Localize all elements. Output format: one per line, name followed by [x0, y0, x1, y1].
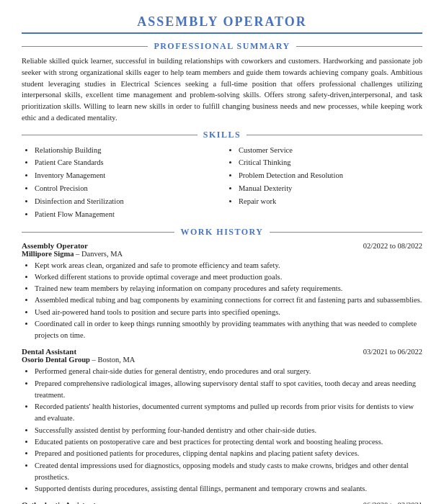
summary-text: Reliable skilled quick learner, successf…: [22, 55, 422, 124]
skill-item: Repair work: [239, 195, 422, 208]
work-entry-header: Orthodontic Assistant06/2020 to 03/2021: [22, 500, 422, 504]
work-bullet-item: Recorded patients' health histories, doc…: [35, 401, 422, 425]
work-entry-date: 02/2022 to 08/2022: [363, 242, 422, 250]
company-name: Millipore Sigma: [22, 250, 74, 258]
skill-item: Problem Detection and Resolution: [239, 169, 422, 182]
skills-label: Skills: [197, 130, 247, 140]
skills-right-column: Customer ServiceCritical ThinkingProblem…: [226, 144, 422, 221]
work-entries-container: Assembly Operator02/2022 to 08/2022Milli…: [22, 241, 422, 504]
summary-section-header: Professional Summary: [22, 41, 422, 52]
summary-label: Professional Summary: [148, 41, 296, 52]
summary-line-left: [22, 46, 148, 47]
skill-item: Patient Care Standards: [35, 156, 218, 169]
work-entry-company: Osorio Dental Group – Boston, MA: [22, 356, 422, 364]
work-label: Work History: [174, 227, 269, 238]
company-name: Osorio Dental Group: [22, 356, 90, 364]
work-line-right: [270, 232, 422, 233]
work-bullets-list: Kept work areas clean, organized and saf…: [22, 260, 422, 342]
title-divider: [22, 32, 422, 34]
skill-item: Control Precision: [35, 182, 218, 195]
work-entry-header: Assembly Operator02/2022 to 08/2022: [22, 241, 422, 250]
skill-item: Disinfection and Sterilization: [35, 195, 218, 208]
work-bullet-item: Prepared and positioned patients for pro…: [35, 448, 422, 459]
work-bullets-list: Performed general chair-side duties for …: [22, 366, 422, 495]
skills-left-column: Relationship BuildingPatient Care Standa…: [22, 144, 218, 221]
work-bullet-item: Trained new team members by relaying inf…: [35, 283, 422, 294]
skill-item: Manual Dexterity: [239, 182, 422, 195]
work-entry-date: 03/2021 to 06/2022: [363, 348, 422, 356]
skill-item: Critical Thinking: [239, 156, 422, 169]
work-entry: Dental Assistant03/2021 to 06/2022Osorio…: [22, 347, 422, 495]
work-entry-title: Dental Assistant: [22, 347, 76, 356]
skills-line-left: [22, 135, 197, 135]
work-bullet-item: Created dental impressions used for diag…: [35, 460, 422, 484]
skill-item: Relationship Building: [35, 144, 218, 157]
work-entry-company: Millipore Sigma – Danvers, MA: [22, 250, 422, 258]
work-entry-title: Orthodontic Assistant: [22, 500, 96, 504]
page-title: Assembly Operator: [22, 14, 422, 30]
work-entry-title: Assembly Operator: [22, 241, 88, 250]
skills-container: Relationship BuildingPatient Care Standa…: [22, 144, 422, 221]
skill-item: Inventory Management: [35, 169, 218, 182]
work-bullet-item: Assembled medical tubing and bag compone…: [35, 294, 422, 306]
work-entry: Orthodontic Assistant06/2020 to 03/2021G…: [22, 500, 422, 504]
work-bullet-item: Coordinated call in order to keep things…: [35, 318, 422, 342]
skills-section-header: Skills: [22, 130, 422, 140]
skills-left-list: Relationship BuildingPatient Care Standa…: [22, 144, 218, 221]
work-entry-date: 06/2020 to 03/2021: [363, 501, 422, 504]
work-bullet-item: Used air-powered hand tools to position …: [35, 307, 422, 318]
work-bullet-item: Kept work areas clean, organized and saf…: [35, 260, 422, 271]
skill-item: Patient Flow Management: [35, 208, 218, 221]
work-bullet-item: Educated patients on postoperative care …: [35, 436, 422, 448]
work-entry: Assembly Operator02/2022 to 08/2022Milli…: [22, 241, 422, 342]
work-line-left: [22, 232, 174, 233]
skill-item: Customer Service: [239, 144, 422, 157]
work-section-header: Work History: [22, 227, 422, 238]
skills-line-right: [247, 135, 422, 135]
summary-line-right: [296, 46, 422, 47]
work-bullet-item: Prepared comprehensive radiological imag…: [35, 378, 422, 402]
skills-right-list: Customer ServiceCritical ThinkingProblem…: [226, 144, 422, 208]
work-bullet-item: Performed general chair-side duties for …: [35, 366, 422, 377]
work-bullet-item: Supported dentists during procedures, as…: [35, 483, 422, 495]
work-entry-header: Dental Assistant03/2021 to 06/2022: [22, 347, 422, 356]
work-bullet-item: Successfully assisted dentist by perform…: [35, 425, 422, 436]
work-bullet-item: Worked different stations to provide opt…: [35, 271, 422, 283]
